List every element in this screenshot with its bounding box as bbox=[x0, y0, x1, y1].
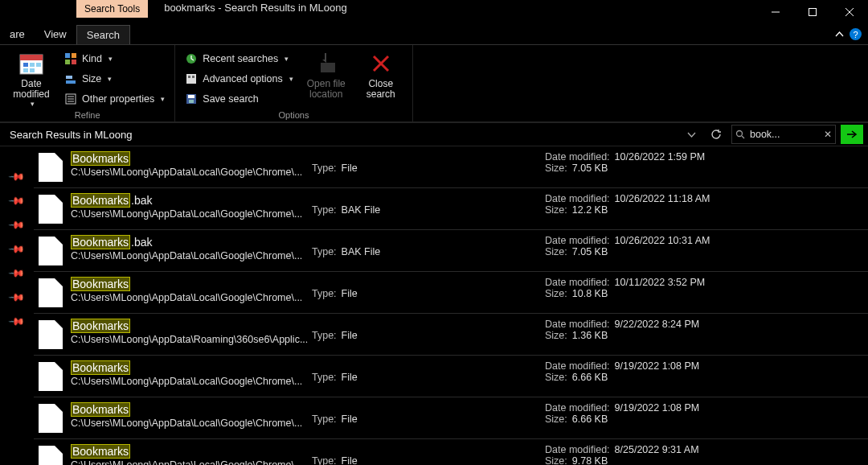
pin-icon[interactable]: 📌 bbox=[8, 313, 26, 331]
open-file-location-button[interactable]: Open file location bbox=[301, 48, 351, 100]
other-properties-button[interactable]: Other properties▾ bbox=[61, 90, 168, 108]
date-label: Date modified: bbox=[545, 360, 610, 372]
size-value: 9.78 KB bbox=[572, 455, 608, 465]
clear-search-button[interactable]: ✕ bbox=[824, 129, 832, 140]
minimize-button[interactable] bbox=[757, 0, 794, 24]
refresh-button[interactable] bbox=[706, 129, 727, 140]
save-search-button[interactable]: Save search bbox=[182, 90, 296, 108]
save-icon bbox=[185, 93, 198, 105]
type-label: Type: bbox=[312, 204, 337, 216]
pin-icon[interactable]: 📌 bbox=[8, 192, 26, 210]
file-icon bbox=[39, 362, 63, 391]
result-row[interactable]: BookmarksC:\Users\MLoong\AppData\Roaming… bbox=[34, 314, 868, 356]
dropdown-icon: ▾ bbox=[108, 75, 112, 83]
date-label: Date modified: bbox=[545, 193, 610, 204]
address-bar[interactable]: Search Results in MLoong bbox=[5, 126, 678, 143]
type-label: Type: bbox=[312, 163, 337, 174]
result-row[interactable]: BookmarksC:\Users\MLoong\AppData\Local\G… bbox=[34, 272, 868, 314]
search-text: book... bbox=[750, 129, 819, 140]
result-row[interactable]: Bookmarks.bakC:\Users\MLoong\AppData\Loc… bbox=[34, 188, 868, 230]
ribbon-group-options: Recent searches▾ Advanced options▾ Save … bbox=[175, 45, 412, 121]
svg-rect-6 bbox=[23, 63, 28, 67]
address-history-button[interactable] bbox=[682, 131, 701, 138]
search-tools-contextual-tab[interactable]: Search Tools bbox=[76, 0, 148, 18]
pin-icon[interactable]: 📌 bbox=[8, 216, 26, 234]
refresh-icon bbox=[710, 129, 722, 140]
pin-icon[interactable]: 📌 bbox=[8, 168, 26, 186]
size-label: Size: bbox=[545, 372, 567, 383]
file-icon bbox=[39, 278, 63, 307]
tab-search[interactable]: Search bbox=[76, 25, 130, 44]
result-row[interactable]: BookmarksC:\Users\MLoong\AppData\Local\G… bbox=[34, 356, 868, 397]
file-name: Bookmarks bbox=[71, 151, 312, 166]
result-row[interactable]: BookmarksC:\Users\MLoong\AppData\Local\G… bbox=[34, 439, 868, 465]
svg-rect-7 bbox=[30, 63, 35, 67]
properties-icon bbox=[64, 93, 77, 105]
type-label: Type: bbox=[312, 288, 337, 299]
file-path: C:\Users\MLoong\AppData\Local\Google\Chr… bbox=[71, 250, 312, 261]
dropdown-icon: ▾ bbox=[108, 55, 113, 63]
size-button[interactable]: Size▾ bbox=[61, 70, 168, 88]
recent-searches-label: Recent searches bbox=[203, 53, 278, 64]
search-input[interactable]: book... ✕ bbox=[731, 125, 836, 144]
date-modified-button[interactable]: Date modified ▾ bbox=[6, 48, 56, 108]
pin-icon[interactable]: 📌 bbox=[8, 241, 26, 258]
date-label: Date modified: bbox=[545, 402, 610, 414]
file-icon bbox=[39, 320, 63, 349]
type-value: BAK File bbox=[342, 246, 381, 257]
ribbon-tabs: are View Search ? bbox=[0, 24, 868, 45]
advanced-options-button[interactable]: Advanced options▾ bbox=[182, 70, 296, 88]
svg-rect-26 bbox=[188, 95, 194, 98]
type-label: Type: bbox=[312, 455, 337, 465]
result-row[interactable]: BookmarksC:\Users\MLoong\AppData\Local\G… bbox=[34, 397, 868, 439]
dropdown-icon: ▾ bbox=[31, 100, 35, 108]
help-button[interactable]: ? bbox=[850, 28, 862, 40]
file-name: Bookmarks bbox=[71, 277, 312, 291]
highlight: Bookmarks bbox=[71, 402, 130, 417]
svg-rect-8 bbox=[36, 63, 41, 67]
advanced-options-label: Advanced options bbox=[203, 73, 282, 84]
advanced-icon bbox=[185, 72, 198, 85]
tab-view[interactable]: View bbox=[35, 25, 76, 43]
close-button[interactable] bbox=[831, 0, 868, 24]
type-value: File bbox=[342, 330, 358, 341]
address-bar-row: Search Results in MLoong book... ✕ bbox=[0, 122, 868, 146]
close-search-button[interactable]: Close search bbox=[356, 48, 406, 100]
recent-icon bbox=[185, 52, 198, 65]
file-icon bbox=[39, 446, 63, 465]
size-label: Size: bbox=[545, 204, 567, 216]
result-row[interactable]: Bookmarks.bakC:\Users\MLoong\AppData\Loc… bbox=[34, 230, 868, 272]
date-label: Date modified: bbox=[545, 319, 610, 330]
file-extension: .bak bbox=[131, 236, 152, 249]
size-value: 10.8 KB bbox=[572, 288, 608, 299]
svg-rect-10 bbox=[30, 68, 35, 72]
pin-icon[interactable]: 📌 bbox=[8, 265, 26, 282]
type-value: File bbox=[342, 414, 358, 425]
svg-rect-15 bbox=[66, 80, 76, 84]
recent-searches-button[interactable]: Recent searches▾ bbox=[182, 50, 296, 68]
window-title: bookmarks - Search Results in MLoong bbox=[164, 2, 347, 14]
kind-button[interactable]: Kind▾ bbox=[61, 50, 168, 68]
size-label: Size: bbox=[545, 330, 567, 341]
pin-icon[interactable]: 📌 bbox=[8, 289, 26, 307]
type-value: File bbox=[342, 372, 358, 383]
size-label: Size: bbox=[545, 455, 567, 465]
maximize-button[interactable] bbox=[794, 0, 831, 24]
ribbon: Date modified ▾ Kind▾ Size▾ Other proper… bbox=[0, 45, 868, 122]
svg-rect-1 bbox=[809, 9, 817, 16]
file-icon bbox=[39, 404, 63, 433]
search-go-button[interactable] bbox=[841, 125, 863, 144]
arrow-right-icon bbox=[846, 130, 858, 139]
dropdown-icon: ▾ bbox=[161, 95, 165, 103]
date-value: 9/22/2022 8:24 PM bbox=[615, 319, 700, 330]
x-icon bbox=[367, 50, 395, 77]
result-row[interactable]: BookmarksC:\Users\MLoong\AppData\Local\G… bbox=[34, 146, 868, 188]
kind-label: Kind bbox=[82, 53, 102, 64]
size-value: 1.36 KB bbox=[572, 330, 608, 341]
file-icon bbox=[39, 153, 63, 182]
ribbon-group-refine: Date modified ▾ Kind▾ Size▾ Other proper… bbox=[0, 45, 175, 121]
search-results-list[interactable]: BookmarksC:\Users\MLoong\AppData\Local\G… bbox=[34, 146, 868, 465]
tab-share[interactable]: are bbox=[0, 25, 35, 43]
collapse-ribbon-button[interactable] bbox=[835, 31, 844, 38]
highlight: Bookmarks bbox=[71, 151, 130, 166]
